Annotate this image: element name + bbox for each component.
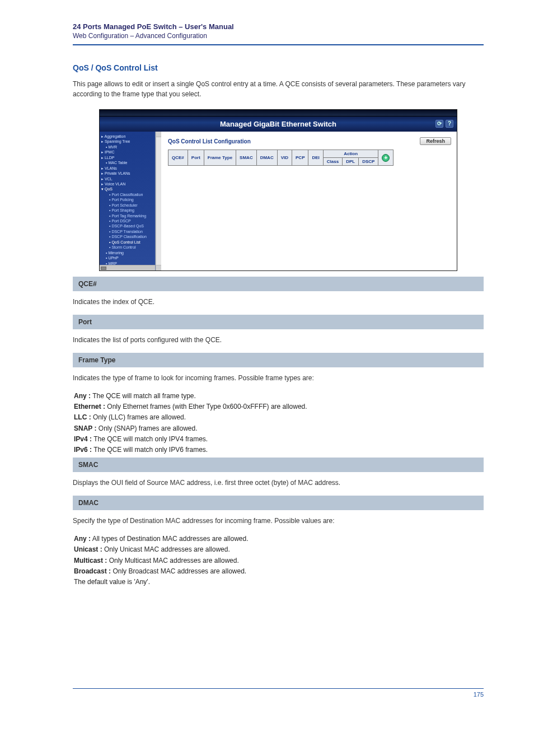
table-header: SMAC bbox=[236, 150, 257, 166]
table-subheader: DSCP bbox=[359, 158, 378, 166]
sidebar-item[interactable]: ▸ Voice VLAN bbox=[101, 181, 153, 186]
sidebar-item[interactable]: • Port Classification bbox=[101, 192, 153, 197]
sidebar-item[interactable]: • Port DSCP bbox=[101, 218, 153, 223]
sidebar-item[interactable]: • Port Policing bbox=[101, 197, 153, 202]
table-header-action: Action bbox=[323, 150, 378, 158]
doc-title: 24 Ports Managed PoE Switch – User's Man… bbox=[73, 22, 484, 31]
table-header: DMAC bbox=[256, 150, 277, 166]
add-cell: + bbox=[378, 150, 394, 166]
switch-title: Managed GigaBit Ethernet Switch bbox=[220, 120, 336, 128]
scroll-down-icon[interactable] bbox=[156, 265, 161, 270]
scroll-up-icon[interactable] bbox=[156, 132, 161, 137]
footer-rule bbox=[73, 688, 484, 689]
sidebar-item[interactable]: • Port Tag Remarking bbox=[101, 213, 153, 218]
row-smac: SMAC bbox=[73, 458, 484, 472]
section-intro: This page allows to edit or insert a sin… bbox=[73, 79, 484, 99]
sidebar-item[interactable]: ▸ Private VLANs bbox=[101, 171, 153, 176]
table-subheader: Class bbox=[323, 158, 342, 166]
table-subheader: DPL bbox=[343, 158, 359, 166]
row-dmac: DMAC bbox=[73, 496, 484, 510]
sidebar-item[interactable]: ▸ Aggregation bbox=[101, 134, 153, 139]
sidebar-item[interactable]: ▸ Spanning Tree bbox=[101, 139, 153, 144]
sidebar-item[interactable]: • UPnP bbox=[101, 255, 153, 260]
sidebar-item[interactable]: • DSCP Classification bbox=[101, 234, 153, 239]
sidebar-item[interactable]: • MVR bbox=[101, 144, 153, 150]
row-dmac-text: Specify the type of Destination MAC addr… bbox=[73, 516, 484, 526]
sidebar-item[interactable]: • QoS Control List bbox=[101, 240, 153, 245]
sidebar-item[interactable]: • DSCP Translation bbox=[101, 229, 153, 234]
row-port-text: Indicates the list of ports configured w… bbox=[73, 335, 484, 345]
table-header: QCE# bbox=[168, 150, 188, 166]
refresh-button[interactable]: Refresh bbox=[420, 137, 451, 145]
table-header: Frame Type bbox=[204, 150, 236, 166]
switch-screenshot: Managed GigaBit Ethernet Switch ⟳ ? ▸ Ag… bbox=[99, 109, 457, 271]
sidebar-item[interactable]: ▸ VLANs bbox=[101, 166, 153, 171]
add-qce-button[interactable]: + bbox=[382, 154, 390, 162]
sidebar-item[interactable]: ▸ IPMC bbox=[101, 150, 153, 155]
row-smac-text: Displays the OUI field of Source MAC add… bbox=[73, 478, 484, 488]
frame-types-list: Any : The QCE will match all frame type.… bbox=[74, 391, 484, 455]
row-qce: QCE# bbox=[73, 277, 484, 291]
sidebar-item[interactable]: • Mirroring bbox=[101, 250, 153, 255]
dmac-types-list: Any : All types of Destination MAC addre… bbox=[74, 534, 484, 587]
sidebar-item[interactable]: • Port Shaping bbox=[101, 208, 153, 213]
row-frame-text: Indicates the type of frame to look for … bbox=[73, 373, 484, 383]
page-number: 175 bbox=[73, 691, 484, 698]
content-pane: QoS Control List Configuration Refresh Q… bbox=[161, 132, 457, 270]
header-rule bbox=[73, 44, 484, 45]
v-scrollbar[interactable] bbox=[156, 132, 161, 270]
row-port: Port bbox=[73, 315, 484, 329]
sidebar-item[interactable]: • Port Scheduler bbox=[101, 203, 153, 208]
sidebar-item[interactable]: ▸ VCL bbox=[101, 176, 153, 181]
sidebar-item[interactable]: • Storm Control bbox=[101, 245, 153, 250]
section-heading: QoS / QoS Control List bbox=[73, 63, 484, 72]
table-header: Port bbox=[188, 150, 204, 166]
sidebar-item[interactable]: ▾ QoS bbox=[101, 186, 153, 192]
sidebar-item[interactable]: ▸ LLDP bbox=[101, 155, 153, 160]
switch-banner: Managed GigaBit Ethernet Switch ⟳ ? bbox=[100, 116, 457, 132]
sidebar-item[interactable]: • MAC Table bbox=[101, 160, 153, 165]
window-chrome bbox=[100, 110, 457, 116]
config-title: QoS Control List Configuration bbox=[168, 138, 251, 144]
home-icon[interactable]: ⟳ bbox=[435, 120, 443, 128]
row-frame: Frame Type bbox=[73, 353, 484, 367]
doc-subtitle: Web Configuration – Advanced Configurati… bbox=[73, 32, 484, 40]
table-header: VID bbox=[277, 150, 292, 166]
nav-sidebar[interactable]: ▸ Aggregation▸ Spanning Tree• MVR▸ IPMC▸… bbox=[100, 132, 156, 270]
row-qce-text: Indicates the index of QCE. bbox=[73, 297, 484, 307]
table-header: PCP bbox=[292, 150, 308, 166]
table-header: DEI bbox=[308, 150, 323, 166]
doc-header: 24 Ports Managed PoE Switch – User's Man… bbox=[73, 22, 484, 40]
help-icon[interactable]: ? bbox=[446, 120, 453, 128]
h-scrollbar[interactable] bbox=[100, 265, 155, 270]
qce-table: QCE#PortFrame TypeSMACDMACVIDPCPDEIActio… bbox=[168, 150, 394, 166]
sidebar-item[interactable]: • DSCP-Based QoS bbox=[101, 223, 153, 228]
